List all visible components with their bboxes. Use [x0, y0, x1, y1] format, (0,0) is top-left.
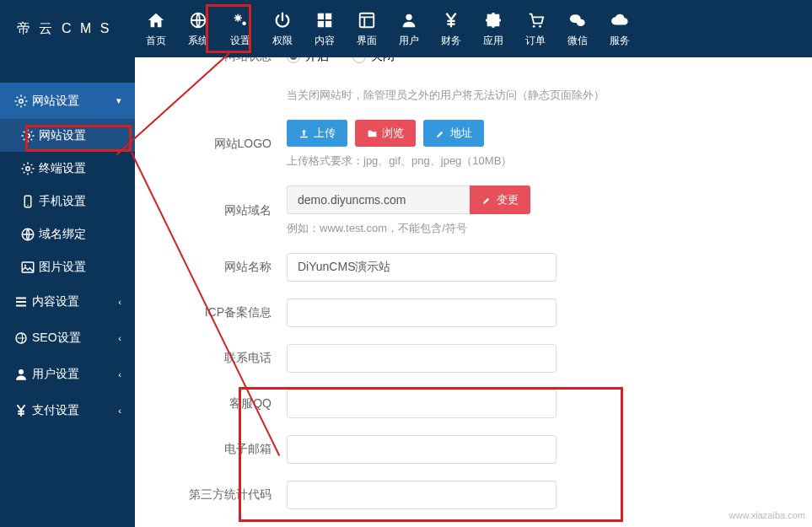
icp-input[interactable] — [287, 298, 557, 327]
edit-icon — [435, 128, 446, 139]
sidebar-seo-settings[interactable]: SEO设置‹ — [0, 320, 135, 356]
puzzle-icon — [472, 9, 514, 30]
cogs-icon — [219, 9, 261, 30]
sidebar-content-settings[interactable]: 内容设置‹ — [0, 283, 135, 320]
wechat-icon — [557, 9, 599, 30]
radio-close[interactable]: 关闭 — [352, 57, 395, 64]
sidebar-terminal-settings[interactable]: 终端设置 — [0, 152, 135, 185]
radio-icon — [287, 57, 300, 63]
sidebar: 网站设置 ▾ 网站设置 终端设置 手机设置 域名绑定 图片设置 内容设置‹ SE… — [0, 57, 135, 527]
row-domain: 网站域名 变更 例如：www.test.com，不能包含/符号 — [169, 186, 778, 236]
url-button[interactable]: 地址 — [423, 120, 484, 147]
row-email: 电子邮箱 — [169, 435, 778, 464]
home-icon — [135, 9, 177, 30]
email-input[interactable] — [287, 435, 557, 464]
row-status: 网站状态 开启 关闭 — [169, 57, 778, 64]
sidebar-user-settings[interactable]: 用户设置‹ — [0, 356, 135, 392]
user-icon — [388, 9, 430, 30]
sidebar-payment-settings[interactable]: 支付设置‹ — [0, 392, 135, 428]
upload-icon — [298, 128, 309, 139]
logo: 帝 云 C M S — [0, 20, 135, 38]
image-icon — [20, 259, 39, 275]
sitename-input[interactable] — [287, 253, 557, 282]
row-phone: 联系电话 — [169, 344, 778, 373]
nav-permission[interactable]: 权限 — [261, 1, 304, 56]
cart-icon — [514, 9, 557, 30]
domain-help: 例如：www.test.com，不能包含/符号 — [287, 221, 778, 236]
nav-wechat[interactable]: 微信 — [557, 1, 599, 56]
gear-icon — [20, 160, 39, 176]
globe-icon — [20, 226, 39, 242]
nav-user[interactable]: 用户 — [388, 1, 430, 56]
gear-icon — [13, 93, 32, 109]
row-name: 网站名称 — [169, 253, 778, 282]
sidebar-mobile-settings[interactable]: 手机设置 — [0, 185, 135, 218]
row-icp: ICP备案信息 — [169, 298, 778, 327]
nav-service[interactable]: 服务 — [599, 1, 641, 56]
radio-open[interactable]: 开启 — [287, 57, 329, 64]
nav-app[interactable]: 应用 — [472, 1, 514, 56]
nav-interface[interactable]: 界面 — [346, 1, 388, 56]
gear-icon — [20, 127, 39, 143]
nav-home[interactable]: 首页 — [135, 1, 177, 56]
stats-input[interactable] — [287, 481, 557, 509]
ie-icon — [13, 330, 32, 346]
domain-input[interactable] — [287, 186, 472, 214]
nav-settings[interactable]: 设置 — [219, 1, 261, 56]
nav-order[interactable]: 订单 — [514, 1, 557, 56]
logo-help: 上传格式要求：jpg、gif、png、jpeg（10MB） — [287, 153, 778, 169]
power-icon — [261, 9, 304, 30]
phone-input[interactable] — [287, 344, 557, 373]
sidebar-site-settings-sub[interactable]: 网站设置 — [0, 119, 135, 152]
change-button[interactable]: 变更 — [470, 186, 530, 214]
edit-icon — [481, 195, 492, 206]
chevron-left-icon: ‹ — [118, 333, 121, 343]
user-icon — [13, 366, 32, 382]
nav-finance[interactable]: 财务 — [430, 1, 472, 56]
sidebar-image-settings[interactable]: 图片设置 — [0, 250, 135, 283]
header: 帝 云 C M S 首页 系统 设置 权限 内容 界面 用户 财务 应用 订单 … — [0, 0, 812, 57]
radio-icon — [352, 57, 366, 63]
grid-icon — [304, 9, 346, 30]
main-content: 网站状态 开启 关闭 当关闭网站时，除管理员之外的用户将无法访问（静态页面除外）… — [135, 57, 812, 527]
nav-content[interactable]: 内容 — [304, 1, 346, 56]
browse-button[interactable]: 浏览 — [355, 120, 416, 147]
qq-input[interactable] — [287, 390, 557, 418]
nav-system[interactable]: 系统 — [177, 1, 219, 56]
chevron-left-icon: ‹ — [118, 369, 121, 379]
row-stats: 第三方统计代码 — [169, 481, 778, 509]
top-nav: 首页 系统 设置 权限 内容 界面 用户 财务 应用 订单 微信 服务 — [135, 1, 641, 56]
yen-icon — [430, 9, 472, 30]
layout-icon — [346, 9, 388, 30]
chevron-left-icon: ‹ — [118, 297, 121, 307]
globe-icon — [177, 9, 219, 30]
chevron-down-icon: ▾ — [116, 95, 121, 106]
chevron-left-icon: ‹ — [118, 406, 121, 416]
mobile-icon — [20, 193, 39, 209]
sidebar-site-settings[interactable]: 网站设置 ▾ — [0, 83, 135, 119]
list-icon — [13, 293, 32, 309]
sidebar-domain-binding[interactable]: 域名绑定 — [0, 218, 135, 250]
yen-icon — [13, 402, 32, 418]
folder-icon — [367, 128, 378, 139]
cloud-icon — [599, 9, 641, 30]
status-help: 当关闭网站时，除管理员之外的用户将无法访问（静态页面除外） — [287, 88, 778, 103]
row-logo: 网站LOGO 上传 浏览 地址 上传格式要求：jpg、gif、png、jpeg（… — [169, 120, 778, 169]
upload-button[interactable]: 上传 — [287, 120, 347, 147]
row-qq: 客服QQ — [169, 390, 778, 418]
